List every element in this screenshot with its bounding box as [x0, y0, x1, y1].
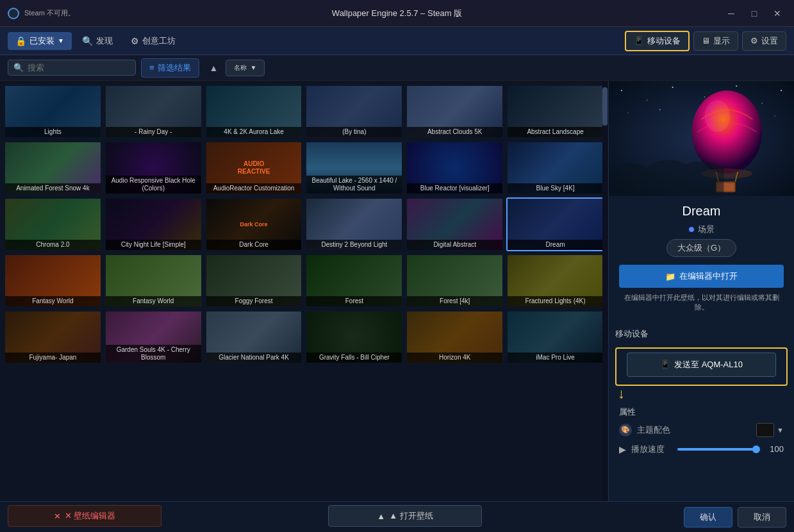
- nav-workshop-label: 创意工坊: [142, 35, 176, 47]
- display-button[interactable]: 🖥 显示: [693, 31, 738, 51]
- grid-item-forest4k[interactable]: Forest [4k]: [406, 254, 504, 308]
- sort-dropdown[interactable]: 名称 ▼: [226, 60, 265, 76]
- sort-label: 名称: [234, 63, 247, 72]
- speed-thumb: [752, 445, 760, 453]
- set-wallpaper-button[interactable]: ▲ ▲ 打开壁纸: [328, 505, 482, 527]
- maximize-button[interactable]: □: [745, 6, 763, 21]
- mobile-label: 移动设备: [647, 35, 681, 47]
- grid-item-tina[interactable]: (By tina): [305, 85, 403, 138]
- grid-item-rainy[interactable]: - Rainy Day -: [104, 85, 203, 138]
- grid-item-gravity[interactable]: Gravity Falls - Bill Cipher: [305, 310, 403, 364]
- wallpaper-grid: Lights- Rainy Day -4K & 2K Aurora Lake(B…: [4, 85, 604, 364]
- grid-item-label-city-night: City Night Life [Simple]: [106, 240, 201, 250]
- open-editor-label: 在编辑器中打开: [679, 270, 738, 282]
- grid-item-abstract-land[interactable]: Abstract Landscape: [506, 85, 604, 138]
- theme-color-row: 🎨 主题配色 ▼: [619, 423, 784, 437]
- grid-item-beautiful-lake[interactable]: Beautiful Lake - 2560 x 1440 / Without S…: [305, 141, 403, 195]
- speed-slider[interactable]: [677, 448, 759, 451]
- grid-item-aurora[interactable]: 4K & 2K Aurora Lake: [205, 85, 303, 138]
- grid-item-audio-black[interactable]: Audio Responsive Black Hole (Colors): [104, 141, 203, 195]
- nav-discover[interactable]: 🔍 发现: [74, 32, 120, 50]
- open-editor-button[interactable]: 📁 在编辑器中打开: [619, 265, 784, 288]
- grid-item-fractured[interactable]: Fractured Lights (4K): [506, 254, 604, 308]
- send-to-device-button[interactable]: 📱 发送至 AQM-AL10: [627, 353, 776, 377]
- nav-installed-label: 已安装: [29, 35, 54, 47]
- mobile-send-icon: 📱: [660, 360, 670, 369]
- preview-area: [609, 81, 794, 196]
- grid-item-dark-core[interactable]: Dark CoreDark Core: [205, 197, 303, 251]
- svg-point-4: [704, 97, 705, 97]
- grid-item-label-beautiful-lake: Beautiful Lake - 2560 x 1440 / Without S…: [306, 176, 402, 194]
- close-button[interactable]: ✕: [768, 6, 786, 21]
- grid-item-forest[interactable]: Forest: [305, 254, 403, 308]
- cancel-button[interactable]: 取消: [738, 507, 786, 528]
- play-icon: ▶: [619, 444, 626, 454]
- lock-icon: 🔒: [15, 36, 26, 46]
- filter-button[interactable]: ≡ 筛选结果: [141, 58, 199, 78]
- grid-item-fujiyama[interactable]: Fujiyama- Japan: [4, 310, 102, 364]
- grid-item-digital-abstract[interactable]: Digital Abstract: [406, 197, 504, 251]
- search-box[interactable]: 🔍: [8, 60, 136, 76]
- speed-fill: [677, 448, 759, 451]
- chevron-color-icon: ▼: [777, 426, 784, 434]
- nav-discover-label: 发现: [96, 35, 113, 47]
- grid-item-chroma[interactable]: Chroma 2.0: [4, 197, 102, 251]
- nav-installed[interactable]: 🔒 已安装 ▼: [8, 32, 72, 50]
- right-panel: Dream 场景 大众级（G） 📁 在编辑器中打开 在编辑器中打开此壁纸，以对其…: [608, 81, 794, 532]
- grid-panel[interactable]: Lights- Rainy Day -4K & 2K Aurora Lake(B…: [0, 81, 608, 532]
- grid-item-blue-sky[interactable]: Blue Sky [4K]: [506, 141, 604, 195]
- grid-item-garden[interactable]: Garden Souls 4K - Cherry Blossom: [104, 310, 203, 364]
- grid-item-blue-reactor[interactable]: Blue Reactor [visualizer]: [406, 141, 504, 195]
- grid-item-animated-forest[interactable]: Animated Forest Snow 4k: [4, 141, 102, 195]
- compass-icon: 🔍: [82, 36, 93, 46]
- set-wallpaper-label: ▲ 打开壁纸: [389, 510, 433, 522]
- grid-item-imac[interactable]: iMac Pro Live: [506, 310, 604, 364]
- grid-item-label-fantasy2: Fantasy World: [106, 296, 201, 306]
- grid-item-glacier[interactable]: Glacier National Park 4K: [205, 310, 303, 364]
- mobile-section-header: 移动设备: [615, 328, 788, 340]
- app-title: Wallpaper Engine 2.5.7 – Steam 版: [332, 8, 462, 19]
- settings-label: 设置: [761, 35, 778, 47]
- speed-label: 播放速度: [631, 444, 670, 455]
- svg-point-12: [704, 100, 730, 132]
- grid-item-audioreactor[interactable]: AUDIOREACTIVEAudioReactor Customization: [205, 141, 303, 195]
- grid-item-fantasy1[interactable]: Fantasy World: [4, 254, 102, 308]
- mobile-device-button[interactable]: 📱 移动设备: [625, 31, 690, 51]
- send-label: 发送至 AQM-AL10: [674, 359, 743, 370]
- theme-color-label: 主题配色: [637, 424, 675, 436]
- grid-item-label-abstract-clouds: Abstract Clouds 5K: [407, 127, 502, 137]
- scrollbar-thumb[interactable]: [602, 87, 608, 126]
- grid-item-label-animated-forest: Animated Forest Snow 4k: [5, 183, 101, 194]
- grid-item-label-garden: Garden Souls 4K - Cherry Blossom: [106, 345, 201, 363]
- titlebar: Steam 不可用。 Wallpaper Engine 2.5.7 – Stea…: [0, 0, 794, 27]
- grid-item-lights[interactable]: Lights: [4, 85, 102, 138]
- grid-item-dream[interactable]: Dream: [506, 197, 604, 251]
- grid-item-abstract-clouds[interactable]: Abstract Clouds 5K: [406, 85, 504, 138]
- confirm-button[interactable]: 确认: [684, 507, 732, 528]
- minimize-button[interactable]: ─: [722, 6, 740, 21]
- scissors-icon: ✕: [54, 511, 61, 521]
- arrow-icon: ↑: [618, 387, 625, 404]
- svg-point-7: [781, 90, 782, 91]
- vertical-scrollbar[interactable]: [602, 81, 608, 501]
- grid-item-city-night[interactable]: City Night Life [Simple]: [104, 197, 203, 251]
- settings-button[interactable]: ⚙ 设置: [742, 31, 786, 51]
- wallpaper-editor-button[interactable]: ✕ ✕ 壁纸编辑器: [8, 505, 161, 527]
- color-swatch[interactable]: [756, 423, 774, 437]
- search-input[interactable]: [28, 63, 117, 72]
- grid-item-horizon[interactable]: Horizon 4K: [406, 310, 504, 364]
- gear-icon: ⚙: [750, 36, 758, 46]
- toolbar: 🔍 ≡ 筛选结果 ▲ 名称 ▼: [0, 55, 794, 81]
- grid-item-foggy[interactable]: Foggy Forest: [205, 254, 303, 308]
- grid-item-label-chroma: Chroma 2.0: [5, 240, 101, 250]
- svg-point-6: [761, 103, 763, 104]
- type-dot: [689, 227, 694, 232]
- grid-item-label-fractured: Fractured Lights (4K): [508, 296, 603, 306]
- mobile-icon: 📱: [634, 36, 644, 46]
- titlebar-left: Steam 不可用。: [8, 8, 75, 19]
- grid-item-destiny[interactable]: Destiny 2 Beyond Light: [305, 197, 403, 251]
- rating-badge: 大众级（G）: [619, 239, 784, 257]
- grid-item-label-forest: Forest: [306, 296, 402, 306]
- grid-item-fantasy2[interactable]: Fantasy World: [104, 254, 203, 308]
- nav-workshop[interactable]: ⚙ 创意工坊: [123, 32, 183, 50]
